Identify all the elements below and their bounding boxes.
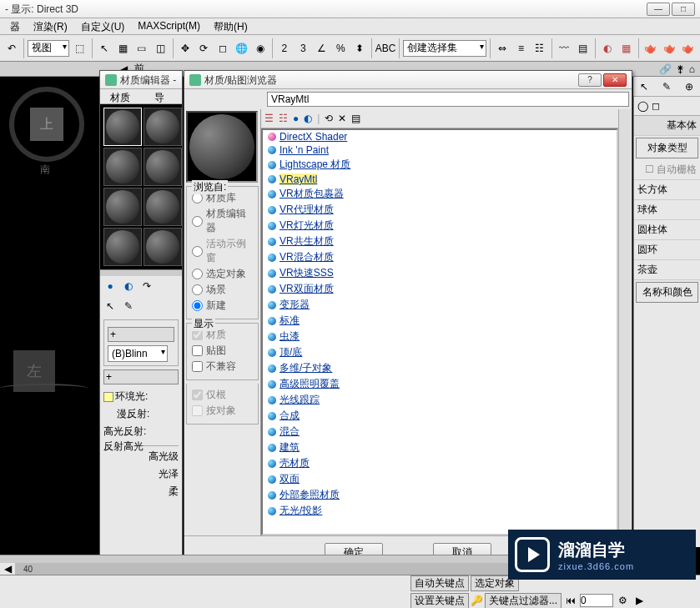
material-list-item[interactable]: 标准 (263, 313, 617, 329)
autogrid-check[interactable]: ☐ 自动栅格 (634, 160, 700, 180)
primitive-button[interactable]: 圆环 (634, 240, 700, 260)
app-maximize-button[interactable]: □ (672, 3, 695, 16)
material-list-item[interactable]: 光线跟踪 (263, 392, 617, 408)
show-check[interactable] (192, 345, 203, 356)
viewcube-face[interactable]: 上 (30, 108, 63, 141)
keyfilter-button[interactable]: 关键点过滤器... (485, 593, 562, 609)
primitive-button[interactable]: 长方体 (634, 180, 700, 200)
material-list-item[interactable]: 虫漆 (263, 329, 617, 344)
browse-from-radio[interactable] (192, 300, 203, 311)
material-list-item[interactable]: 合成 (263, 408, 617, 424)
material-list-item[interactable]: 无光/投影 (263, 503, 617, 519)
hscroll[interactable] (100, 269, 182, 276)
quick-render-tool[interactable]: 🫖 (661, 38, 677, 58)
menu-maxscript[interactable]: MAXScript(M) (131, 18, 207, 34)
frame-input[interactable] (580, 594, 613, 607)
select-rect-tool[interactable]: ▭ (133, 38, 150, 58)
object-type-rollout[interactable]: 对象类型 (636, 138, 698, 158)
material-list-item[interactable]: 混合 (263, 424, 617, 440)
view-combo[interactable]: 视图 (28, 40, 69, 57)
schematic-icon[interactable]: ⌂ (689, 63, 695, 75)
move-tool[interactable]: ✥ (176, 38, 193, 58)
assign-icon[interactable]: ↷ (139, 279, 154, 294)
menu-help[interactable]: 帮助(H) (207, 18, 254, 34)
material-list-item[interactable]: 多维/子对象 (263, 360, 617, 376)
spinner-snap-tool[interactable]: ⬍ (351, 38, 368, 58)
primitive-button[interactable]: 球体 (634, 200, 700, 220)
refsys-tool[interactable]: 🌐 (233, 38, 249, 58)
material-editor-titlebar[interactable]: 材质编辑器 - (100, 71, 182, 89)
align-tool[interactable]: ≡ (512, 38, 529, 58)
material-slot[interactable] (144, 188, 182, 226)
material-list-item[interactable]: 壳材质 (263, 455, 617, 471)
viewcube[interactable]: 上 南 (5, 83, 88, 166)
shader-combo[interactable]: (B)Blinn (108, 345, 168, 362)
rollout-toggle[interactable]: + (108, 327, 174, 342)
browser-search-input[interactable] (267, 92, 629, 107)
material-slot[interactable] (144, 228, 182, 266)
select-tool[interactable]: ↖ (96, 38, 113, 58)
update-icon[interactable]: ⟲ (325, 113, 333, 124)
primitive-button[interactable]: 茶壶 (634, 260, 700, 280)
eyedropper-icon[interactable]: ✎ (121, 299, 136, 314)
time-config-icon[interactable]: ⚙ (615, 594, 630, 607)
material-list-item[interactable]: VR双面材质 (263, 281, 617, 297)
primitive-button[interactable]: 圆柱体 (634, 220, 700, 240)
render-tool[interactable]: 🫖 (642, 38, 659, 58)
select-window-tool[interactable]: ◫ (152, 38, 169, 58)
pivot-tool[interactable]: ◉ (251, 38, 268, 58)
snap3-tool[interactable]: 3 (295, 38, 311, 58)
timeline-prev-icon[interactable]: ◀ (0, 563, 15, 575)
autokey-button[interactable]: 自动关键点 (410, 575, 469, 591)
render-last-tool[interactable]: 🫖 (680, 38, 697, 58)
delete-icon[interactable]: ✕ (338, 113, 346, 124)
selection-set-combo[interactable]: 创建选择集 (403, 40, 486, 57)
pick-icon[interactable]: ↖ (103, 299, 118, 314)
material-list-item[interactable]: Lightscape 材质 (263, 157, 617, 173)
material-slot[interactable] (103, 108, 142, 146)
angle-snap-tool[interactable]: ∠ (314, 38, 330, 58)
material-list-item[interactable]: 外部参照材质 (263, 487, 617, 503)
rotate-tool[interactable]: ⟳ (195, 38, 212, 58)
material-list-item[interactable]: 双面 (263, 471, 617, 487)
mirror-tool[interactable]: ⇔ (494, 38, 511, 58)
material-list-item[interactable]: 顶/底 (263, 344, 617, 360)
browse-from-radio[interactable] (192, 269, 203, 279)
browse-from-radio[interactable] (192, 246, 203, 257)
tool-btn-1[interactable]: ⬚ (71, 38, 88, 58)
lock-icon[interactable] (103, 392, 113, 402)
view-large-icon[interactable]: ◐ (304, 113, 312, 124)
view-list-icon[interactable]: ☰ (264, 113, 274, 124)
name-color-rollout[interactable]: 名称和颜色 (636, 282, 698, 303)
menu-render[interactable]: 渲染(R) (27, 18, 74, 34)
browser-help-button[interactable]: ? (578, 73, 602, 87)
select-name-tool[interactable]: ▦ (114, 38, 131, 58)
modify-tab-icon[interactable]: ✎ (662, 81, 671, 93)
menu-item[interactable]: 器 (3, 18, 27, 34)
browse-from-radio[interactable] (192, 216, 203, 227)
key-icon[interactable]: 🔑 (471, 595, 483, 606)
material-list-item[interactable]: 建筑 (263, 440, 617, 455)
abc-tool[interactable]: ABC (375, 38, 395, 58)
play-icon[interactable]: ▶ (632, 594, 647, 607)
schematic-tool[interactable]: ▤ (574, 38, 591, 58)
material-list-item[interactable]: VR共生材质 (263, 234, 617, 249)
options-icon[interactable]: ▤ (351, 113, 360, 124)
material-list-item[interactable]: VR混合材质 (263, 249, 617, 265)
shape-tab-icon[interactable]: ◻ (652, 100, 660, 112)
material-list-item[interactable]: DirectX Shader (263, 130, 617, 143)
material-list-item[interactable]: 变形器 (263, 297, 617, 313)
material-list-item[interactable]: VR材质包裹器 (263, 186, 617, 202)
material-editor-tool[interactable]: ◐ (599, 38, 616, 58)
material-slot[interactable] (103, 148, 142, 186)
material-slot[interactable] (103, 228, 142, 266)
material-slot[interactable] (144, 108, 182, 146)
browse-from-radio[interactable] (192, 284, 203, 295)
hierarchy-icon[interactable]: ⚵ (677, 63, 684, 75)
show-check[interactable] (192, 361, 203, 372)
undo-button[interactable]: ↶ (3, 38, 20, 58)
get-material-icon[interactable]: ● (103, 279, 118, 294)
link-tool-icon[interactable]: 🔗 (659, 63, 672, 75)
goto-start-icon[interactable]: ⏮ (563, 594, 578, 607)
rollout-toggle[interactable]: + (103, 369, 179, 384)
